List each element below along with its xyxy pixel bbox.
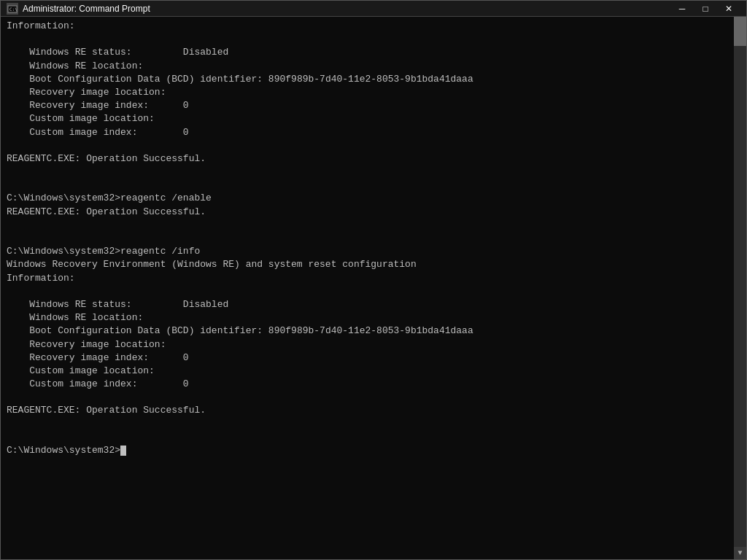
svg-text:C:\: C:\ bbox=[9, 7, 18, 12]
scrollbar-track[interactable]: ▼ bbox=[734, 17, 746, 559]
minimize-button[interactable]: ─ bbox=[670, 1, 694, 17]
console-text: Information: Windows RE status: Disabled… bbox=[7, 20, 740, 457]
cursor-blink bbox=[120, 446, 126, 456]
window-title: Administrator: Command Prompt bbox=[23, 4, 670, 14]
scrollbar-down-arrow[interactable]: ▼ bbox=[734, 547, 746, 559]
command-prompt-window: C:\ Administrator: Command Prompt ─ □ ✕ … bbox=[0, 0, 747, 560]
scrollbar-thumb[interactable] bbox=[734, 17, 746, 46]
window-controls: ─ □ ✕ bbox=[670, 1, 740, 17]
title-bar: C:\ Administrator: Command Prompt ─ □ ✕ bbox=[1, 1, 746, 17]
close-button[interactable]: ✕ bbox=[717, 1, 740, 17]
console-output[interactable]: Information: Windows RE status: Disabled… bbox=[1, 17, 746, 559]
window-icon: C:\ bbox=[7, 3, 18, 15]
maximize-button[interactable]: □ bbox=[694, 1, 717, 17]
